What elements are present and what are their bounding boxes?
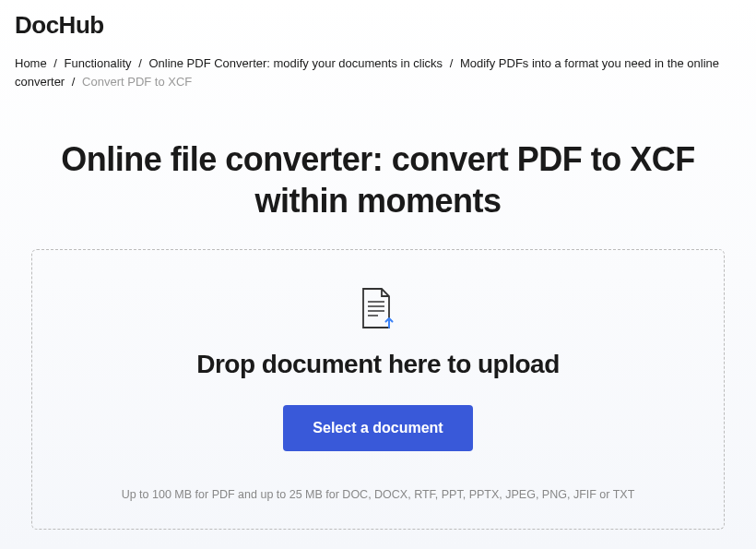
breadcrumb-separator: / <box>138 56 142 70</box>
document-upload-icon <box>360 287 396 335</box>
breadcrumb: Home / Functionality / Online PDF Conver… <box>0 47 756 101</box>
breadcrumb-separator: / <box>72 75 76 89</box>
breadcrumb-separator: / <box>450 56 454 70</box>
upload-dropzone[interactable]: Drop document here to upload Select a do… <box>31 249 725 530</box>
select-document-button[interactable]: Select a document <box>283 405 472 451</box>
page-title: Online file converter: convert PDF to XC… <box>0 101 756 249</box>
breadcrumb-link-functionality[interactable]: Functionality <box>65 56 132 70</box>
breadcrumb-separator: / <box>53 56 57 70</box>
logo[interactable]: DocHub <box>15 11 741 40</box>
breadcrumb-link-home[interactable]: Home <box>15 56 47 70</box>
breadcrumb-link-converter[interactable]: Online PDF Converter: modify your docume… <box>148 56 443 70</box>
breadcrumb-current: Convert PDF to XCF <box>82 75 192 89</box>
dropzone-heading: Drop document here to upload <box>60 350 696 379</box>
file-limits-text: Up to 100 MB for PDF and up to 25 MB for… <box>60 488 696 501</box>
